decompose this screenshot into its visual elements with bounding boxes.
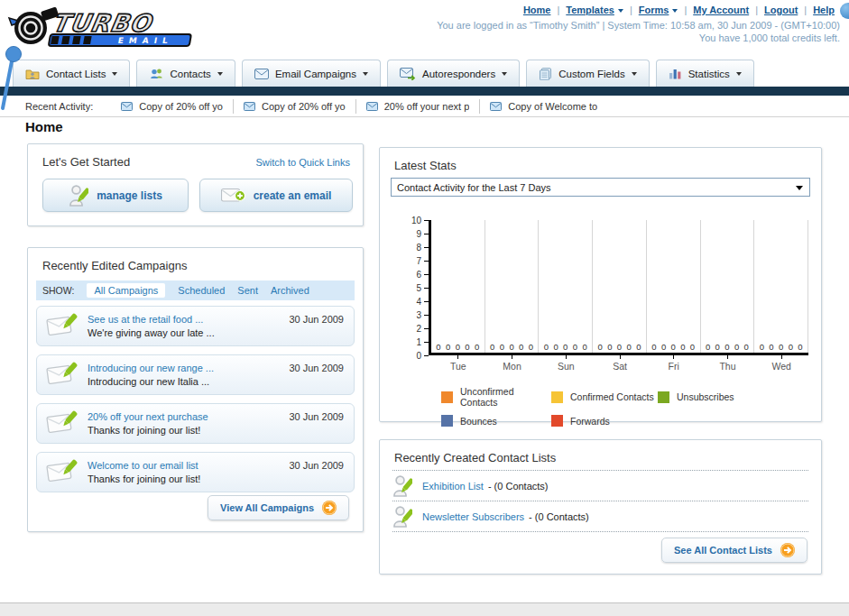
bar-value-label: 0 [724, 342, 729, 352]
bar-value-label: 0 [490, 342, 494, 352]
main-tab[interactable]: Contact Lists [13, 60, 130, 87]
legend-item: Confirmed Contacts [551, 386, 658, 408]
x-tick-label: Sat [593, 355, 647, 372]
stats-report-select[interactable]: Contact Activity for the Last 7 Days [391, 178, 810, 197]
chevron-down-icon [736, 72, 742, 78]
see-all-contact-lists-button[interactable]: See All Contact Lists [661, 538, 807, 563]
contact-list: Exhibition List - (0 Contacts) Newslette… [392, 471, 808, 532]
chart-legend: Unconfirmed Contacts Confirmed Contacts … [441, 386, 808, 427]
campaign-filter-tab[interactable]: Sent [237, 285, 258, 296]
email-campaigns-icon [254, 69, 269, 79]
recent-activity-item[interactable]: Copy of Welcome to [479, 99, 607, 114]
chart-day-group: 00000 [647, 220, 701, 353]
bar-value-label: 0 [436, 342, 440, 352]
bar-value-label: 0 [475, 342, 479, 352]
y-tick-label: 7 [416, 255, 429, 266]
campaigns-panel: Recently Edited Campaigns SHOW: All Camp… [27, 247, 364, 532]
x-tick-label: Thu [701, 355, 755, 372]
top-nav-link[interactable]: Forms [623, 5, 678, 15]
campaign-row[interactable]: See us at the retail food ... We're givi… [36, 306, 355, 346]
statistics-icon [669, 68, 682, 79]
campaign-row[interactable]: Introducing our new range ... Introducin… [36, 354, 355, 395]
campaign-name-link[interactable]: See us at the retail food ... [88, 313, 215, 326]
bar-value-label: 0 [598, 342, 603, 352]
campaign-filter-tab[interactable]: All Campaigns [87, 283, 165, 298]
app-logo[interactable]: TURBO EMAIL [5, 4, 222, 54]
tab-label: Statistics [688, 69, 730, 79]
contact-lists-panel: Recently Created Contact Lists Exhibitio… [379, 439, 822, 575]
x-tick-label: Sun [539, 355, 593, 372]
chart-day-group: 00000 [754, 220, 808, 353]
y-tick-label: 2 [416, 323, 429, 334]
chart-day-group: 00000 [593, 220, 647, 353]
main-tab[interactable]: Contacts [136, 60, 235, 87]
bar-value-label: 0 [607, 342, 612, 352]
bar-value-label: 0 [779, 342, 783, 352]
y-tick-label: 1 [416, 336, 429, 347]
bar-value-label: 0 [617, 342, 622, 352]
get-started-button[interactable]: create an email [199, 179, 353, 212]
campaign-subject: Thanks for joining our list! [88, 473, 200, 486]
campaign-name-link[interactable]: 20% off your next purchase [88, 410, 208, 424]
campaign-name-link[interactable]: Introducing our new range ... [88, 362, 214, 375]
recent-activity-item[interactable]: Copy of 20% off yo [111, 99, 233, 114]
main-tab[interactable]: Email Campaigns [242, 60, 381, 87]
envelope-pencil-icon [46, 312, 78, 341]
divider-bar [0, 87, 849, 96]
contact-list-link[interactable]: Newsletter Subscribers [422, 511, 524, 522]
chevron-down-icon [502, 72, 507, 78]
legend-swatch [551, 415, 563, 427]
bar-value-label: 0 [760, 342, 764, 352]
switch-to-quick-links[interactable]: Switch to Quick Links [255, 157, 350, 168]
bar-value-label: 0 [529, 342, 533, 352]
top-nav-link[interactable]: Home [523, 5, 551, 15]
page-title: Home [25, 119, 63, 134]
contact-lists-title: Recently Created Contact Lists [394, 451, 556, 464]
contact-activity-chart: 012345678910 000000000000000000000000000… [392, 220, 808, 427]
contact-list-row[interactable]: Newsletter Subscribers - (0 Contacts) [392, 501, 808, 532]
x-tick-label: Fri [647, 355, 701, 372]
chart-plot-area: 00000000000000000000000000000000000 [429, 220, 808, 355]
pencil-user-icon [392, 505, 412, 529]
tab-label: Contacts [170, 69, 210, 79]
top-nav-link[interactable]: My Account [678, 5, 749, 15]
top-nav-link[interactable]: Templates [550, 5, 623, 15]
help-bubble-icon[interactable] [840, 3, 849, 19]
autoresponders-icon [400, 68, 416, 80]
view-all-campaigns-button[interactable]: View All Campaigns [208, 495, 349, 520]
bar-value-label: 0 [661, 342, 666, 352]
recent-activity-item[interactable]: 20% off your next p [355, 99, 480, 114]
recent-activity-list: Copy of 20% off yo Copy of 20% off yo 20… [111, 99, 607, 114]
campaign-name-link[interactable]: Welcome to our email list [88, 459, 200, 473]
chevron-down-icon [363, 72, 368, 78]
main-tab[interactable]: Autoresponders [387, 60, 520, 87]
main-tab-bar: Contact Lists Contacts Email Campaigns A… [0, 56, 849, 87]
y-tick-label: 5 [416, 282, 429, 293]
bar-value-label: 0 [573, 342, 577, 352]
main-tab[interactable]: Statistics [656, 60, 754, 87]
recent-activity-item[interactable]: Copy of 20% off yo [233, 99, 355, 114]
campaign-filter-tab[interactable]: Scheduled [178, 285, 225, 296]
top-nav-link[interactable]: Logout [749, 5, 798, 15]
chart-x-labels: TueMonSunSatFriThuWed [431, 355, 808, 372]
get-started-button[interactable]: manage lists [42, 179, 189, 212]
contact-list-link[interactable]: Exhibition List [422, 481, 484, 492]
campaign-filter-tab[interactable]: Archived [271, 285, 309, 296]
custom-fields-icon [539, 68, 552, 80]
campaign-row[interactable]: Welcome to our email list Thanks for joi… [36, 452, 355, 492]
bar-value-label: 0 [798, 342, 802, 352]
contact-list-row[interactable]: Exhibition List - (0 Contacts) [392, 471, 808, 501]
tab-label: Autoresponders [422, 69, 495, 79]
bar-value-label: 0 [734, 342, 739, 352]
campaign-row[interactable]: 20% off your next purchase Thanks for jo… [36, 403, 355, 444]
chart-day-group: 00000 [539, 220, 593, 353]
top-nav-link[interactable]: Help [798, 5, 835, 15]
bar-value-label: 0 [500, 342, 504, 352]
bar-value-label: 0 [680, 342, 685, 352]
bar-value-label: 0 [582, 342, 586, 352]
campaigns-title: Recently Edited Campaigns [42, 259, 187, 272]
campaign-date: 30 Jun 2009 [289, 363, 344, 373]
legend-item: Forwards [551, 415, 658, 427]
main-tab[interactable]: Custom Fields [526, 60, 650, 87]
get-started-buttons: manage lists create an email [42, 179, 353, 212]
